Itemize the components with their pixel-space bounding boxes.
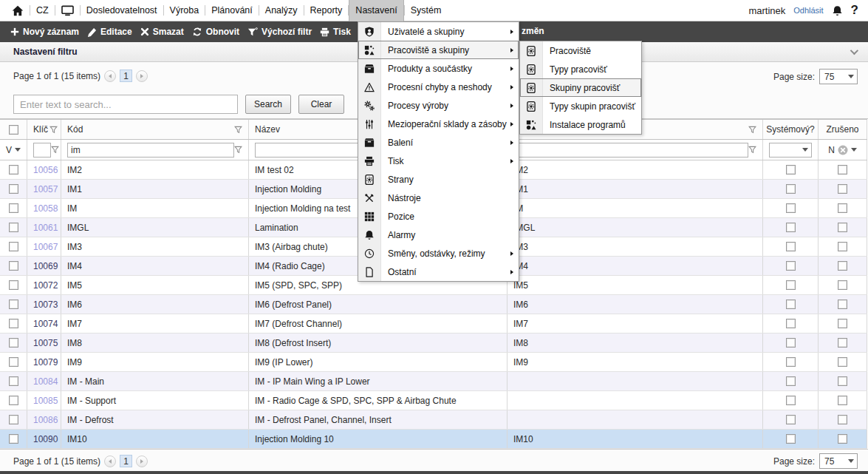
menubar-item-nastaveni[interactable]: Nastavení — [349, 0, 403, 21]
menu-item-0[interactable]: Uživatelé a skupiny — [358, 22, 519, 41]
clear-button[interactable]: Clear — [298, 95, 344, 114]
menu-item-8[interactable]: Strany — [358, 170, 519, 189]
row-checkbox[interactable] — [9, 242, 18, 251]
klic-link[interactable]: 10074 — [33, 319, 58, 329]
row-checkbox[interactable] — [9, 165, 18, 175]
zruseno-checkbox[interactable] — [838, 223, 847, 232]
submenu-item-0[interactable]: Pracoviště — [520, 41, 641, 60]
row-checkbox[interactable] — [9, 376, 18, 386]
table-row[interactable]: 10075IM8IM8 (Defrost Insert)IM8 — [0, 334, 867, 353]
filter-kod-input[interactable] — [67, 143, 234, 158]
klic-link[interactable]: 10057 — [33, 184, 58, 194]
table-row[interactable]: 10073IM6IM6 (Defrost Panel)IM6 — [0, 295, 867, 314]
systemovy-checkbox[interactable] — [786, 338, 796, 348]
filter-icon[interactable] — [234, 146, 242, 154]
submenu-item-1[interactable]: Typy pracovišť — [520, 60, 641, 78]
zruseno-checkbox[interactable] — [838, 280, 847, 290]
systemovy-checkbox[interactable] — [786, 319, 796, 328]
edit-button[interactable]: Editace — [87, 27, 132, 37]
klic-link[interactable]: 10067 — [33, 242, 58, 252]
page-size-select[interactable]: 75 — [819, 453, 858, 469]
search-button[interactable]: Search — [245, 95, 291, 114]
table-row[interactable]: 10086IM - DefrostIM - Defrost Panel, Cha… — [0, 410, 867, 430]
menu-item-1[interactable]: Pracoviště a skupiny — [358, 41, 519, 59]
filter-icon[interactable] — [234, 126, 242, 134]
table-row[interactable]: 10074IM7IM7 (Defrost Channel)IM7 — [0, 314, 867, 334]
klic-link[interactable]: 10090 — [33, 434, 58, 444]
help-icon[interactable]: ? — [851, 3, 858, 18]
systemovy-checkbox[interactable] — [786, 415, 796, 424]
menubar-item-analyzy[interactable]: Analýzy — [259, 0, 304, 21]
klic-link[interactable]: 10058 — [33, 203, 58, 214]
filter-col4-input[interactable] — [513, 143, 748, 158]
row-checkbox[interactable] — [9, 223, 18, 232]
row-checkbox[interactable] — [9, 434, 18, 444]
systemovy-checkbox[interactable] — [786, 261, 796, 271]
filter-icon[interactable] — [748, 126, 756, 134]
row-checkbox[interactable] — [9, 280, 18, 290]
systemovy-checkbox[interactable] — [786, 357, 796, 367]
menu-item-3[interactable]: Procesní chyby a neshody — [358, 78, 519, 96]
bell-icon[interactable] — [832, 5, 843, 16]
menubar-item-reporty[interactable]: Reporty — [304, 0, 349, 21]
zruseno-checkbox[interactable] — [838, 165, 847, 175]
zruseno-checkbox[interactable] — [838, 319, 847, 328]
submenu-item-3[interactable]: Typy skupin pracovišť — [520, 97, 641, 115]
zruseno-checkbox[interactable] — [838, 376, 847, 386]
zruseno-checkbox[interactable] — [838, 184, 847, 194]
zruseno-checkbox[interactable] — [838, 434, 847, 444]
row-checkbox[interactable] — [9, 357, 18, 367]
table-row[interactable]: 10090IM10Injection Molding 10IM10 — [0, 430, 867, 449]
menu-item-6[interactable]: Balení — [358, 133, 519, 152]
systemovy-checkbox[interactable] — [786, 280, 796, 290]
row-checkbox[interactable] — [9, 261, 18, 271]
search-input[interactable] — [13, 95, 238, 114]
row-checkbox[interactable] — [9, 184, 18, 194]
new-record-button[interactable]: Nový záznam — [10, 27, 79, 37]
home-button[interactable] — [6, 0, 30, 21]
klic-link[interactable]: 10084 — [33, 376, 58, 387]
menubar-item-dosledovatelnost[interactable]: Dosledovatelnost — [81, 0, 163, 21]
systemovy-checkbox[interactable] — [786, 299, 796, 309]
menubar-item-cz[interactable]: CZ — [30, 0, 55, 21]
zruseno-checkbox[interactable] — [838, 203, 847, 213]
systemovy-checkbox[interactable] — [786, 165, 796, 175]
page-size-select[interactable]: 75 — [819, 69, 858, 84]
klic-link[interactable]: 10056 — [33, 165, 58, 175]
monitor-button[interactable] — [55, 0, 80, 21]
refresh-button[interactable]: Obnovit — [192, 27, 239, 37]
menu-item-9[interactable]: Nástroje — [358, 189, 519, 207]
row-checkbox[interactable] — [9, 319, 18, 328]
next-page-button[interactable] — [136, 70, 148, 82]
page-number-button[interactable]: 1 — [120, 70, 132, 82]
column-header-select[interactable] — [0, 120, 27, 139]
systemovy-checkbox[interactable] — [786, 242, 796, 251]
submenu-item-4[interactable]: Instalace programů — [520, 115, 641, 134]
prev-page-button[interactable] — [104, 456, 116, 467]
table-row[interactable]: 10085IM - SupportIM - Radio Cage & SPD, … — [0, 391, 867, 410]
systemovy-checkbox[interactable] — [786, 434, 796, 444]
clear-filter-icon[interactable] — [838, 145, 848, 155]
menubar-item-vyroba[interactable]: Výroba — [164, 0, 205, 21]
table-row[interactable]: 10079IM9IM9 (IP Lower)IM9 — [0, 353, 867, 372]
row-checkbox[interactable] — [9, 338, 18, 348]
menu-item-10[interactable]: Pozice — [358, 207, 519, 226]
systemovy-checkbox[interactable] — [786, 376, 796, 386]
filter-icon[interactable] — [748, 146, 756, 154]
next-page-button[interactable] — [136, 456, 148, 467]
filter-systemovy-dropdown[interactable] — [769, 143, 812, 158]
menubar-item-system[interactable]: Systém — [405, 0, 448, 21]
menu-item-4[interactable]: Procesy výroby — [358, 96, 519, 115]
submenu-item-2[interactable]: Skupiny pracovišť — [520, 78, 641, 97]
print-button[interactable]: Tisk — [320, 27, 351, 37]
row-checkbox[interactable] — [9, 299, 18, 309]
zruseno-checkbox[interactable] — [838, 242, 847, 251]
filter-icon[interactable] — [49, 126, 58, 134]
select-all-checkbox[interactable] — [9, 125, 18, 135]
default-filter-button[interactable]: Výchozí filtr — [247, 27, 312, 37]
systemovy-checkbox[interactable] — [786, 203, 796, 213]
zruseno-checkbox[interactable] — [838, 261, 847, 271]
table-row[interactable]: 10084IM - MainIM - IP Main Wing a IP Low… — [0, 372, 867, 391]
klic-link[interactable]: 10061 — [33, 223, 58, 233]
filter-zruseno-dropdown[interactable]: N — [828, 145, 857, 155]
